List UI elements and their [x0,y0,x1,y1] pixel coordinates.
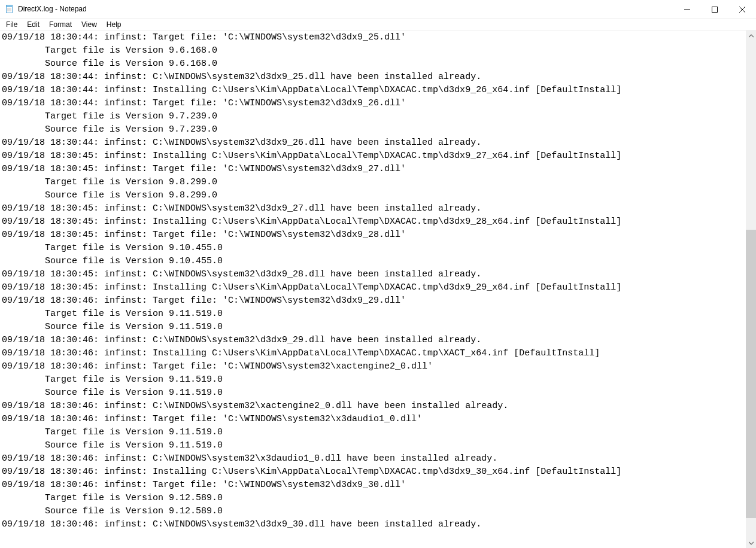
menu-format[interactable]: Format [44,19,77,30]
svg-rect-6 [712,7,718,12]
scroll-thumb[interactable] [746,230,756,518]
menubar: File Edit Format View Help [0,19,756,31]
menu-view[interactable]: View [77,19,102,30]
scroll-down-button[interactable] [746,538,756,548]
svg-rect-1 [7,5,13,7]
menu-help[interactable]: Help [102,19,126,30]
minimize-button[interactable] [673,0,701,19]
scroll-track[interactable] [746,41,756,538]
scroll-up-button[interactable] [746,31,756,41]
menu-edit[interactable]: Edit [22,19,44,30]
text-area[interactable]: 09/19/18 18:30:44: infinst: Target file:… [0,31,746,548]
window-title: DirectX.log - Notepad [18,5,87,13]
close-button[interactable] [728,0,756,19]
notepad-icon [5,4,14,14]
titlebar[interactable]: DirectX.log - Notepad [0,0,756,19]
window-controls [673,0,756,18]
vertical-scrollbar[interactable] [746,31,756,548]
menu-file[interactable]: File [1,19,22,30]
titlebar-left: DirectX.log - Notepad [5,4,87,14]
content-area: 09/19/18 18:30:44: infinst: Target file:… [0,31,756,548]
maximize-button[interactable] [701,0,728,19]
